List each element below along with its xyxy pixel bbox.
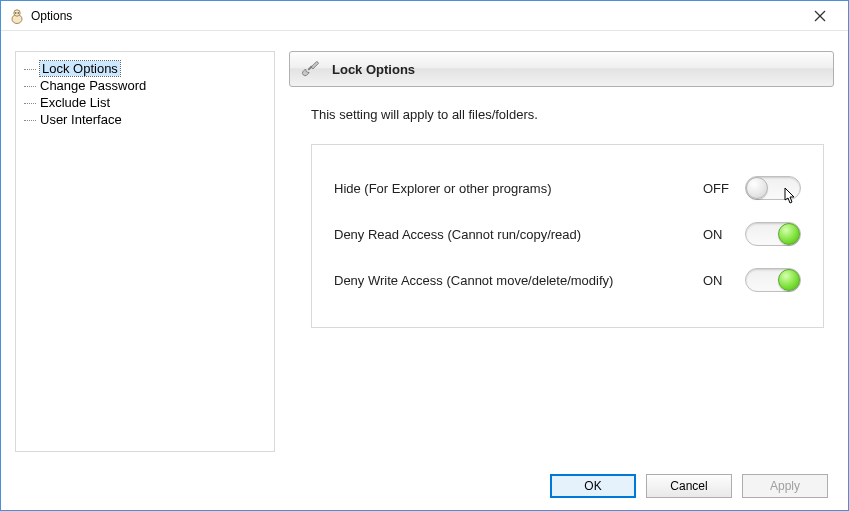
close-icon: [814, 10, 826, 22]
panel-body: This setting will apply to all files/fol…: [289, 87, 834, 338]
cancel-button[interactable]: Cancel: [646, 474, 732, 498]
options-window: Options Lock Options Change Password Exc…: [0, 0, 849, 511]
cursor-icon: [780, 187, 798, 209]
sidebar-item-label: Lock Options: [40, 61, 120, 76]
svg-point-3: [18, 12, 20, 14]
setting-row-hide: Hide (For Explorer or other programs) OF…: [334, 165, 801, 211]
panel-title: Lock Options: [332, 62, 415, 77]
sidebar-item-lock-options[interactable]: Lock Options: [16, 60, 274, 77]
panel-header: Lock Options: [289, 51, 834, 87]
setting-label: Deny Write Access (Cannot move/delete/mo…: [334, 273, 703, 288]
close-button[interactable]: [800, 2, 840, 30]
toggle-deny-read[interactable]: [745, 222, 801, 246]
footer: OK Cancel Apply: [1, 462, 848, 510]
setting-state: ON: [703, 273, 745, 288]
toggle-deny-write[interactable]: [745, 268, 801, 292]
sidebar-item-change-password[interactable]: Change Password: [16, 77, 274, 94]
setting-label: Deny Read Access (Cannot run/copy/read): [334, 227, 703, 242]
svg-point-1: [14, 9, 20, 15]
toggle-knob: [778, 269, 800, 291]
toggle-hide[interactable]: [745, 176, 801, 200]
svg-line-6: [308, 66, 312, 70]
sidebar-item-exclude-list[interactable]: Exclude List: [16, 94, 274, 111]
setting-label: Hide (For Explorer or other programs): [334, 181, 703, 196]
content-area: Lock Options Change Password Exclude Lis…: [1, 31, 848, 462]
toggle-knob: [778, 223, 800, 245]
titlebar: Options: [1, 1, 848, 31]
panel-description: This setting will apply to all files/fol…: [311, 107, 824, 122]
apply-button: Apply: [742, 474, 828, 498]
svg-point-2: [15, 12, 17, 14]
app-icon: [9, 8, 25, 24]
main-panel: Lock Options This setting will apply to …: [289, 51, 834, 452]
sidebar-item-label: Change Password: [40, 78, 146, 93]
window-title: Options: [31, 9, 800, 23]
sidebar-item-user-interface[interactable]: User Interface: [16, 111, 274, 128]
settings-group: Hide (For Explorer or other programs) OF…: [311, 144, 824, 328]
setting-state: ON: [703, 227, 745, 242]
tools-icon: [300, 58, 322, 80]
sidebar-item-label: Exclude List: [40, 95, 110, 110]
sidebar-item-label: User Interface: [40, 112, 122, 127]
setting-row-deny-write: Deny Write Access (Cannot move/delete/mo…: [334, 257, 801, 303]
setting-state: OFF: [703, 181, 745, 196]
sidebar: Lock Options Change Password Exclude Lis…: [15, 51, 275, 452]
setting-row-deny-read: Deny Read Access (Cannot run/copy/read) …: [334, 211, 801, 257]
toggle-knob: [746, 177, 768, 199]
ok-button[interactable]: OK: [550, 474, 636, 498]
